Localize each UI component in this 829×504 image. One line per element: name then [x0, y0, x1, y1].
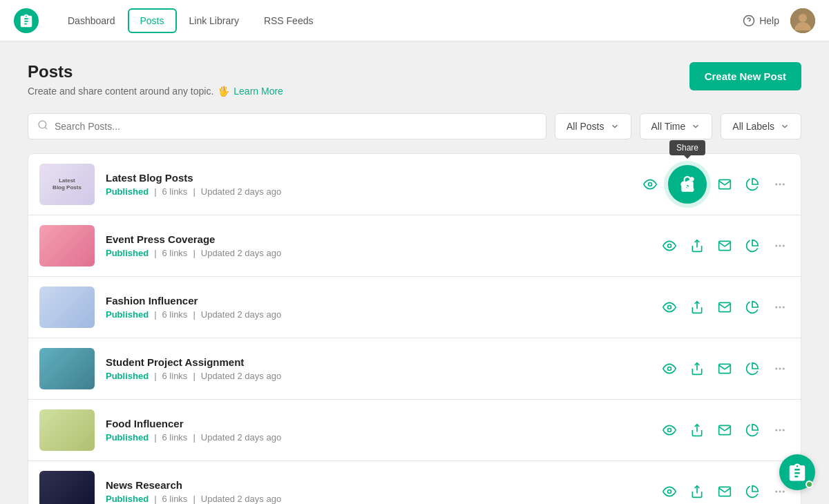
email-icon[interactable]	[715, 420, 734, 440]
share-icon[interactable]	[687, 236, 707, 255]
post-thumbnail	[39, 409, 95, 451]
all-time-label: All Time	[651, 121, 686, 132]
share-icon[interactable]	[687, 420, 707, 440]
create-new-post-button[interactable]: Create New Post	[689, 62, 801, 90]
post-item: LatestBlog Posts Latest Blog Posts Publi…	[28, 153, 801, 215]
post-actions	[660, 298, 790, 317]
analytics-icon[interactable]	[743, 482, 762, 501]
filters-bar: All Posts All Time All Labels	[28, 113, 801, 139]
svg-point-17	[779, 307, 781, 309]
more-options-icon[interactable]	[770, 236, 790, 255]
post-name: News Research	[106, 479, 649, 491]
svg-point-13	[783, 245, 785, 247]
analytics-icon[interactable]	[743, 175, 762, 194]
svg-point-8	[783, 184, 785, 186]
post-info: Event Press Coverage Published | 6 links…	[106, 233, 649, 258]
post-meta: Published | 6 links | Updated 2 days ago	[106, 309, 649, 320]
svg-point-29	[668, 490, 671, 494]
share-icon[interactable]	[687, 482, 707, 501]
logo[interactable]	[14, 8, 39, 33]
analytics-icon[interactable]	[743, 236, 762, 255]
svg-point-27	[779, 429, 781, 432]
svg-point-4	[39, 121, 46, 128]
view-icon[interactable]	[660, 420, 679, 440]
analytics-icon[interactable]	[743, 359, 762, 378]
post-info: Latest Blog Posts Published | 6 links | …	[106, 172, 629, 197]
nav-dashboard[interactable]: Dashboard	[55, 8, 128, 33]
view-icon[interactable]	[660, 359, 679, 378]
post-thumbnail: LatestBlog Posts	[39, 164, 95, 205]
email-icon[interactable]	[715, 482, 734, 501]
post-actions: Share	[640, 165, 790, 204]
svg-point-14	[668, 306, 671, 309]
search-input[interactable]	[28, 113, 546, 139]
sep2: |	[193, 432, 195, 443]
status-badge: Published	[106, 432, 149, 443]
subtitle-text: Create and share content around any topi…	[28, 86, 213, 97]
floating-logo-button[interactable]	[779, 454, 815, 490]
post-item: Food Influencer Published | 6 links | Up…	[28, 400, 801, 461]
post-updated: Updated 2 days ago	[201, 494, 281, 504]
svg-point-18	[783, 307, 785, 309]
status-badge: Published	[106, 186, 149, 197]
post-actions	[660, 482, 790, 501]
post-item: Fashion Influencer Published | 6 links |…	[28, 277, 801, 338]
more-options-icon[interactable]	[770, 359, 790, 378]
email-icon[interactable]	[715, 298, 734, 317]
sep2: |	[193, 309, 195, 320]
nav-rss-feeds[interactable]: RSS Feeds	[251, 8, 326, 33]
post-info: Student Project Assignment Published | 6…	[106, 356, 649, 381]
post-updated: Updated 2 days ago	[201, 309, 281, 320]
share-circle[interactable]	[668, 165, 707, 204]
post-info: Food Influencer Published | 6 links | Up…	[106, 418, 649, 443]
help-icon	[743, 14, 755, 27]
help-button[interactable]: Help	[743, 14, 779, 27]
analytics-icon[interactable]	[743, 420, 762, 440]
view-icon[interactable]	[660, 482, 679, 501]
email-icon[interactable]	[715, 359, 734, 378]
sep2: |	[193, 248, 195, 258]
online-status-dot	[806, 481, 813, 488]
svg-point-16	[775, 307, 777, 309]
status-badge: Published	[106, 494, 149, 504]
floating-elink-icon	[787, 462, 808, 483]
chevron-down-icon-2	[691, 122, 701, 131]
all-time-filter[interactable]: All Time	[640, 113, 713, 139]
nav-posts[interactable]: Posts	[128, 8, 177, 33]
svg-point-19	[668, 367, 671, 371]
more-options-icon[interactable]	[770, 298, 790, 317]
post-links: 6 links	[162, 494, 188, 504]
view-icon[interactable]	[640, 175, 660, 194]
post-info: Fashion Influencer Published | 6 links |…	[106, 295, 649, 320]
post-info: News Research Published | 6 links | Upda…	[106, 479, 649, 504]
all-labels-filter[interactable]: All Labels	[721, 113, 801, 139]
post-name: Fashion Influencer	[106, 295, 649, 307]
share-button-active[interactable]: Share	[668, 165, 707, 204]
post-links: 6 links	[162, 186, 188, 197]
email-icon[interactable]	[715, 175, 734, 194]
user-avatar[interactable]	[790, 8, 815, 33]
view-icon[interactable]	[660, 236, 679, 255]
page-title: Posts	[28, 62, 283, 81]
main-content: Posts Create and share content around an…	[0, 41, 829, 504]
post-thumbnail	[39, 225, 95, 266]
share-icon[interactable]	[687, 298, 707, 317]
sep: |	[154, 248, 156, 258]
post-meta: Published | 6 links | Updated 2 days ago	[106, 248, 649, 258]
page-header: Posts Create and share content around an…	[28, 62, 801, 97]
sep2: |	[193, 371, 195, 381]
share-icon[interactable]	[687, 359, 707, 378]
svg-point-7	[779, 184, 781, 186]
analytics-icon[interactable]	[743, 298, 762, 317]
post-updated: Updated 2 days ago	[201, 248, 281, 258]
all-posts-filter[interactable]: All Posts	[555, 113, 631, 139]
learn-more-link[interactable]: Learn More	[234, 86, 283, 97]
svg-point-11	[775, 245, 777, 247]
email-icon[interactable]	[715, 236, 734, 255]
view-icon[interactable]	[660, 298, 679, 317]
nav-link-library[interactable]: Link Library	[177, 8, 251, 33]
more-options-icon[interactable]	[770, 175, 790, 194]
post-links: 6 links	[162, 371, 188, 381]
more-options-icon[interactable]	[770, 420, 790, 440]
sep2: |	[193, 494, 195, 504]
